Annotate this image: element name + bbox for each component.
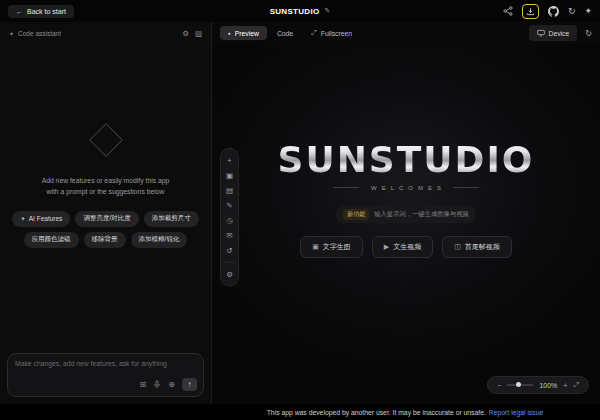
send-button[interactable]: ↑ <box>182 378 197 391</box>
download-highlight-box <box>522 4 539 19</box>
mic-icon[interactable] <box>153 380 161 389</box>
back-arrow-icon: ← <box>16 8 23 15</box>
chip-brightness-contrast[interactable]: 调整亮度/对比度 <box>75 211 138 227</box>
back-to-start-label: Back to start <box>27 8 66 15</box>
app-hero: SUNSTUDIO WELCOMES 新功能 输入提示词，一键生成图像与视频 ▣… <box>212 44 600 378</box>
chip-blur-sharpen[interactable]: 添加模糊/锐化 <box>131 232 188 248</box>
top-actions: ↻ ✦ <box>503 4 592 19</box>
chip-ai-features[interactable]: ✦ AI Features <box>12 211 70 227</box>
workspace: ● Preview Code ⤢ Fullscreen Device <box>212 22 600 404</box>
new-feature-badge: 新功能 <box>343 209 369 220</box>
zoom-out-icon[interactable]: − <box>497 382 501 389</box>
chip-color-filter[interactable]: 应用颜色滤镜 <box>24 232 79 248</box>
text-to-video-label: 文生视频 <box>393 242 421 252</box>
welcome-line-left <box>333 187 359 188</box>
project-title-wrap: SUNSTUDIO ✎ <box>270 7 331 16</box>
tab-preview-label: Preview <box>235 30 259 37</box>
zoom-controls: − 100% + ⤢ <box>487 376 589 394</box>
tab-code[interactable]: Code <box>269 26 301 40</box>
view-tabs: ● Preview Code ⤢ Fullscreen <box>220 26 360 41</box>
image-button-icon: ▣ <box>312 243 319 251</box>
zoom-slider-knob[interactable] <box>516 382 521 387</box>
zoom-slider[interactable] <box>507 384 533 386</box>
share-icon[interactable] <box>503 6 513 16</box>
app-logo: SUNSTUDIO <box>278 139 535 180</box>
assistant-empty-state: Add new features or easily modify this a… <box>0 30 211 346</box>
download-icon[interactable] <box>526 7 535 16</box>
fullscreen-icon: ⤢ <box>311 29 317 37</box>
tab-fullscreen-label: Fullscreen <box>321 30 352 37</box>
disclaimer-bar: This app was developed by another user. … <box>0 404 600 420</box>
feature-notice-pill: 新功能 输入提示词，一键生成图像与视频 <box>336 206 475 223</box>
welcome-line-right <box>453 187 479 188</box>
top-bar: ← Back to start SUNSTUDIO ✎ ↻ ✦ <box>0 0 600 22</box>
view-tabs-bar: ● Preview Code ⤢ Fullscreen Device <box>212 22 600 44</box>
welcome-row: WELCOMES <box>333 185 479 191</box>
zoom-level: 100% <box>539 382 557 389</box>
fit-screen-icon[interactable]: ⤢ <box>573 381 579 389</box>
frames-to-video-button[interactable]: ◫ 首尾帧视频 <box>442 236 512 258</box>
disclaimer-text: This app was developed by another user. … <box>267 409 486 416</box>
text-to-image-button[interactable]: ▣ 文字生图 <box>300 236 363 258</box>
frames-to-video-label: 首尾帧视频 <box>465 242 500 252</box>
report-legal-issue-link[interactable]: Report legal issue <box>489 409 543 416</box>
code-assistant-panel: ✦ Code assistant ⚙ ▥ Add new features or… <box>0 22 212 404</box>
refresh-icon[interactable]: ↻ <box>568 7 576 16</box>
edit-title-icon[interactable]: ✎ <box>324 7 330 15</box>
chip-remove-background[interactable]: 移除背景 <box>84 232 126 248</box>
frames-button-icon: ◫ <box>454 243 461 251</box>
prompt-input[interactable] <box>15 360 196 380</box>
generation-actions: ▣ 文字生图 ▶ 文生视频 ◫ 首尾帧视频 <box>300 236 512 258</box>
prompt-input-actions: ⊞ ⊕ ↑ <box>140 378 197 391</box>
chip-crop-size[interactable]: 添加裁剪尺寸 <box>144 211 199 227</box>
notice-text: 输入提示词，一键生成图像与视频 <box>374 210 468 219</box>
zoom-in-icon[interactable]: + <box>563 382 567 389</box>
tab-preview[interactable]: ● Preview <box>220 26 267 40</box>
view-tabs-right: Device ↻ <box>529 25 592 41</box>
sparkle-icon[interactable]: ✦ <box>584 7 592 16</box>
project-title: SUNSTUDIO <box>270 7 320 16</box>
device-label: Device <box>549 30 570 37</box>
prompt-input-box: ⊞ ⊕ ↑ <box>7 353 204 397</box>
add-attachment-icon[interactable]: ⊕ <box>168 380 175 389</box>
ai-sparkle-icon: ✦ <box>20 215 25 223</box>
main-layout: ✦ Code assistant ⚙ ▥ Add new features or… <box>0 22 600 404</box>
text-to-video-button[interactable]: ▶ 文生视频 <box>372 236 433 258</box>
device-button[interactable]: Device <box>529 25 578 41</box>
tab-fullscreen[interactable]: ⤢ Fullscreen <box>303 26 360 41</box>
github-icon[interactable] <box>548 6 559 17</box>
back-to-start-button[interactable]: ← Back to start <box>8 5 74 18</box>
text-to-image-label: 文字生图 <box>323 242 351 252</box>
app-preview: + ▣ ▤ ✎ ◷ ✉ ↺ ⚙ SUNSTUDIO WELCOMES 新功能 <box>212 44 600 404</box>
assistant-hint-text: Add new features or easily modify this a… <box>42 176 170 197</box>
suggestion-chips: ✦ AI Features 调整亮度/对比度 添加裁剪尺寸 应用颜色滤镜 移除背… <box>11 211 201 248</box>
frame-icon[interactable]: ⊞ <box>140 380 147 389</box>
chip-label: AI Features <box>29 215 63 222</box>
welcome-text: WELCOMES <box>366 185 446 191</box>
diamond-icon <box>89 123 123 157</box>
video-button-icon: ▶ <box>384 243 389 251</box>
preview-dot-icon: ● <box>228 31 231 36</box>
reload-preview-icon[interactable]: ↻ <box>585 29 592 38</box>
device-icon <box>537 29 545 38</box>
